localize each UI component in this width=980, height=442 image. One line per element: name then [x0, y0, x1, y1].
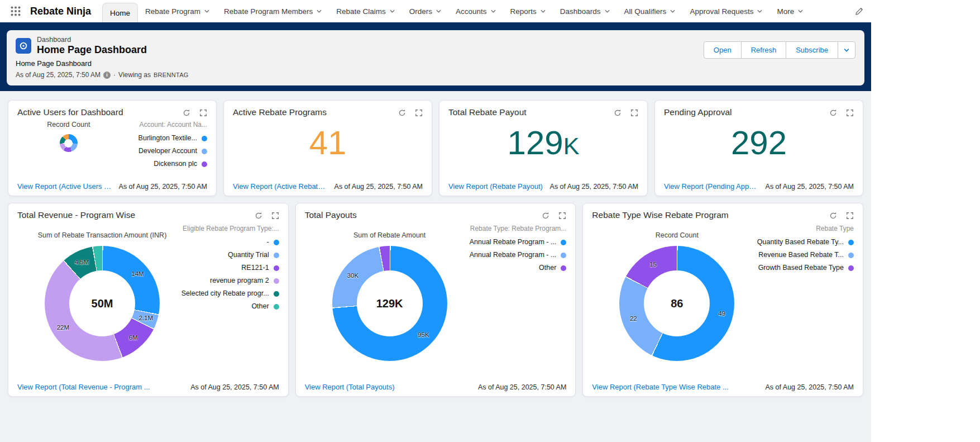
tab-rebate-program[interactable]: Rebate Program: [138, 0, 217, 22]
refresh-icon[interactable]: [255, 212, 262, 220]
legend-dot: [561, 265, 566, 271]
legend-title: Eligible Rebate Program Type:...: [181, 225, 279, 232]
view-report-link[interactable]: View Report (Rebate Type Wise Rebate ...: [592, 383, 728, 391]
widget-total-payouts: Total Payouts Sum of Rebate Amount 129K …: [295, 203, 576, 397]
chevron-down-icon: [390, 9, 395, 13]
refresh-icon[interactable]: [829, 109, 837, 117]
view-report-link[interactable]: View Report (Active Rebate ...: [233, 182, 328, 191]
refresh-icon[interactable]: [829, 212, 837, 220]
legend-dot: [274, 291, 279, 297]
slice-value-label: 30K: [347, 272, 358, 279]
widget-as-of: As of Aug 25, 2025, 7:50 AM: [766, 383, 854, 391]
widget-as-of: As of Aug 25, 2025, 7:50 AM: [478, 383, 566, 391]
refresh-icon[interactable]: [542, 212, 549, 220]
dashboard-grid: Active Users for Dashboard Record Count: [0, 91, 871, 442]
legend-item[interactable]: Quantity Based Rebate Ty...: [757, 236, 854, 249]
legend-item[interactable]: -: [181, 236, 279, 249]
edit-navigation-pencil-icon[interactable]: [853, 5, 866, 18]
donut-chart[interactable]: 129K 95K30K: [332, 246, 447, 361]
widget-as-of: As of Aug 25, 2025, 7:50 AM: [334, 183, 423, 191]
tab-home[interactable]: Home: [102, 3, 138, 22]
tab-label: Approval Requests: [690, 7, 753, 16]
expand-icon[interactable]: [199, 109, 207, 117]
tab-reports[interactable]: Reports: [503, 0, 553, 22]
expand-icon[interactable]: [558, 212, 566, 220]
refresh-icon[interactable]: [614, 109, 622, 117]
refresh-icon[interactable]: [183, 109, 190, 117]
dashboard-action-buttons: Open Refresh Subscribe: [704, 41, 855, 59]
legend-item[interactable]: Dickenson plc: [120, 158, 207, 169]
legend-label: Developer Account: [138, 147, 197, 155]
tab-approval-requests[interactable]: Approval Requests: [682, 0, 769, 22]
legend-dot: [274, 278, 279, 284]
slice-value-label: 22M: [57, 324, 69, 331]
chart-axis-label: Sum of Rebate Amount: [307, 231, 472, 239]
legend-item[interactable]: RE121-1: [181, 262, 279, 274]
nav-tabs: Home Rebate Program Rebate Program Membe…: [102, 0, 810, 22]
legend-item[interactable]: revenue program 2: [181, 274, 279, 287]
chevron-down-icon: [317, 9, 322, 13]
legend-dot: [274, 265, 279, 271]
legend-dot: [202, 136, 207, 141]
tab-label: Rebate Program: [145, 7, 200, 16]
donut-chart[interactable]: 50M 14M2.1M6M22M4.5M: [45, 246, 160, 361]
legend-item[interactable]: Other: [470, 262, 567, 274]
chevron-down-icon: [204, 9, 209, 13]
tab-more[interactable]: More: [769, 0, 810, 22]
chevron-down-icon: [844, 48, 849, 52]
view-report-link[interactable]: View Report (Active Users fo...: [17, 182, 112, 191]
open-button[interactable]: Open: [704, 41, 742, 59]
slice-value-label: 4.5M: [75, 259, 89, 265]
legend-item[interactable]: Revenue Based Rebate T...: [757, 249, 854, 262]
legend-dot: [848, 265, 854, 271]
legend-item[interactable]: Developer Account: [120, 145, 207, 158]
view-report-link[interactable]: View Report (Rebate Payout): [448, 182, 543, 191]
view-report-link[interactable]: View Report (Pending Appro...: [664, 182, 759, 191]
more-actions-dropdown-button[interactable]: [838, 41, 855, 59]
legend-label: Annual Rebate Program - ...: [470, 238, 557, 246]
chevron-down-icon: [605, 9, 610, 13]
expand-icon[interactable]: [415, 109, 423, 117]
widget-title: Total Payouts: [305, 210, 357, 220]
tab-rebate-program-members[interactable]: Rebate Program Members: [217, 0, 329, 22]
widget-total-rebate-payout: Total Rebate Payout 129K View Report (Re…: [439, 100, 648, 196]
expand-icon[interactable]: [846, 212, 854, 220]
tab-all-qualifiers[interactable]: All Qualifiers: [617, 0, 683, 22]
tab-accounts[interactable]: Accounts: [448, 0, 503, 22]
app-name: Rebate Ninja: [30, 6, 91, 17]
tab-rebate-claims[interactable]: Rebate Claims: [329, 0, 402, 22]
info-icon[interactable]: i: [103, 72, 111, 79]
legend-item[interactable]: Other: [181, 300, 279, 313]
dashboard-object-icon: [16, 38, 31, 54]
legend-item[interactable]: Annual Rebate Program - ...: [470, 236, 567, 249]
widget-rebate-type-wise-rebate-program: Rebate Type Wise Rebate Program Record C…: [582, 203, 863, 397]
legend-dot: [274, 253, 279, 258]
metric-number: 129: [508, 124, 563, 161]
separator-dot: ·: [113, 71, 116, 79]
subscribe-button[interactable]: Subscribe: [786, 41, 838, 59]
legend-item[interactable]: Growth Based Rebate Type: [757, 262, 854, 274]
expand-icon[interactable]: [846, 109, 854, 117]
donut-chart[interactable]: 86 492215: [619, 246, 734, 361]
legend-item[interactable]: Annual Rebate Program - ...: [470, 249, 567, 262]
legend-dot: [848, 253, 854, 258]
donut-hole: 50M: [69, 270, 135, 336]
legend-item[interactable]: Quantity Trial: [181, 249, 279, 262]
view-report-link[interactable]: View Report (Total Revenue - Program ...: [17, 383, 150, 391]
expand-icon[interactable]: [630, 109, 638, 117]
app-launcher-icon[interactable]: [8, 3, 23, 19]
legend-item[interactable]: Burlington Textile...: [120, 132, 207, 145]
donut-total: 129K: [376, 297, 403, 310]
chevron-down-icon: [670, 9, 675, 13]
tab-dashboards[interactable]: Dashboards: [553, 0, 617, 22]
refresh-icon[interactable]: [398, 109, 406, 117]
refresh-button[interactable]: Refresh: [741, 41, 787, 59]
expand-icon[interactable]: [271, 212, 279, 220]
mini-donut-chart[interactable]: [60, 134, 78, 152]
legend-dot: [561, 253, 566, 258]
legend-dot: [848, 240, 854, 245]
legend-item[interactable]: Selected city Rebate progr...: [181, 287, 279, 300]
tab-orders[interactable]: Orders: [402, 0, 448, 22]
viewing-as-label: Viewing as: [118, 71, 151, 79]
view-report-link[interactable]: View Report (Total Payouts): [305, 383, 395, 391]
